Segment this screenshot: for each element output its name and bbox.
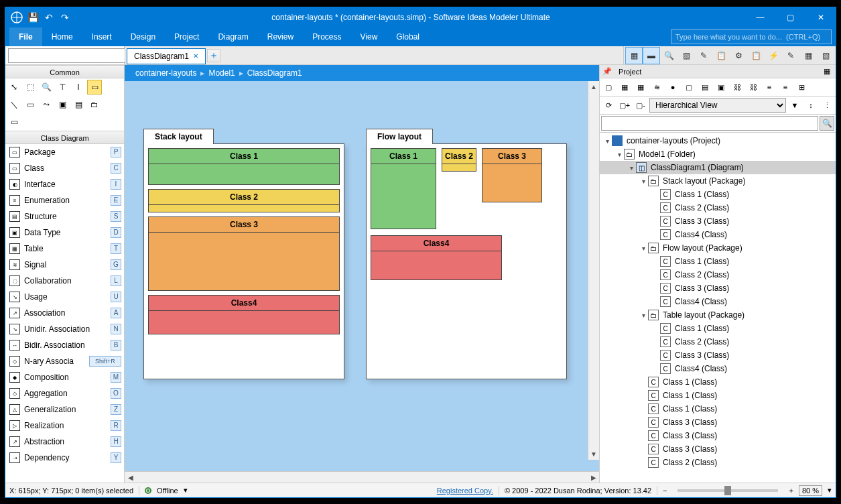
tree-tool-icon-8[interactable]: ⛓ — [730, 80, 745, 94]
palette-item-aggregation[interactable]: ◇ Aggregation O — [5, 385, 124, 401]
breadcrumb-item[interactable]: ClassDiagram1 — [243, 68, 306, 78]
palette-item-signal[interactable]: ≋ Signal G — [5, 257, 124, 273]
folder-tool-icon[interactable]: 🗀 — [87, 97, 102, 112]
package-stack-layout[interactable]: Stack layoutClass 1Class 2Class 3Class4 — [143, 128, 344, 379]
tree-tool-icon-6[interactable]: ▤ — [698, 80, 712, 94]
pan-tool-icon[interactable]: ⊤ — [55, 80, 70, 94]
expand-icon[interactable]: ▾ — [627, 164, 636, 172]
view-select[interactable]: Hierarchical View — [649, 98, 786, 113]
palette-item-table[interactable]: ▦ Table T — [5, 241, 124, 257]
tree-item[interactable]: C Class 1 (Class) — [600, 322, 836, 335]
class-class1[interactable]: Class 1 — [371, 148, 436, 229]
note-tool-icon[interactable]: ▭ — [87, 80, 102, 94]
class-class3[interactable]: Class 3 — [482, 148, 542, 202]
tree-tool-icon-0[interactable]: ▢ — [601, 80, 616, 94]
tree-tool2-icon-1[interactable]: ▢+ — [617, 98, 632, 113]
palette-item-interface[interactable]: ◐ Interface I — [5, 176, 124, 192]
menu-project[interactable]: Project — [165, 27, 208, 46]
palette-item-abstraction[interactable]: ↗ Abstraction H — [5, 434, 124, 450]
tree-item[interactable]: C Class 3 (Class) — [600, 429, 836, 442]
save-icon[interactable]: 💾 — [25, 10, 40, 25]
line-tool-icon[interactable]: ＼ — [7, 97, 21, 112]
add-tab-button[interactable]: ＋ — [207, 49, 220, 62]
container-tool-icon[interactable]: ▣ — [55, 97, 70, 112]
palette-item-unidir-association[interactable]: ↘ Unidir. Association N — [5, 321, 124, 337]
tree-item[interactable]: C Class4 (Class) — [600, 228, 836, 241]
class-class1[interactable]: Class 1 — [148, 148, 340, 185]
tree-item[interactable]: ▾ 🗀 Stack layout (Package) — [600, 174, 836, 188]
tree-tool2-icon-2[interactable]: ▢- — [633, 98, 648, 113]
tree-item[interactable]: C Class 2 (Class) — [600, 335, 836, 349]
tree-item[interactable]: C Class 1 (Class) — [600, 255, 836, 268]
toolbar-icon-10[interactable]: ▦ — [799, 47, 817, 64]
tree-tool2b-icon-2[interactable]: ⋮ — [820, 98, 834, 113]
toolbar-icon-5[interactable]: 📋 — [712, 47, 730, 64]
palette-item-generalization[interactable]: △ Generalization Z — [5, 401, 124, 418]
tree-item[interactable]: C Class 2 (Class) — [600, 201, 836, 214]
palette-search-input[interactable] — [8, 48, 128, 63]
palette-item-class[interactable]: ▭ Class C — [5, 160, 124, 176]
toolbar-icon-9[interactable]: ✎ — [782, 47, 799, 64]
menu-global[interactable]: Global — [387, 27, 429, 46]
command-search-input[interactable] — [671, 29, 832, 44]
palette-item-realization[interactable]: ▷ Realization R — [5, 418, 124, 434]
pin-icon[interactable]: 📌 — [602, 67, 612, 76]
tree-item[interactable]: C Class 3 (Class) — [600, 349, 836, 362]
menu-diagram[interactable]: Diagram — [208, 27, 257, 46]
undo-icon[interactable]: ↶ — [42, 10, 56, 25]
status-offline[interactable]: Offline — [157, 487, 178, 495]
palette-item-usage[interactable]: ↘ Usage U — [5, 289, 124, 305]
project-tab-label[interactable]: Project — [614, 68, 645, 76]
palette-item-bidir-association[interactable]: ↔ Bidir. Association B — [5, 337, 124, 353]
tree-item[interactable]: C Class 1 (Class) — [600, 389, 836, 402]
pointer-tool-icon[interactable]: ⤡ — [7, 80, 21, 94]
group-tool-icon[interactable]: ▤ — [71, 97, 86, 112]
tree-item[interactable]: C Class 3 (Class) — [600, 442, 836, 456]
toolbar-icon-6[interactable]: ⚙ — [730, 47, 747, 64]
redo-icon[interactable]: ↷ — [58, 10, 72, 25]
toolbar-icon-11[interactable]: ▧ — [817, 47, 834, 64]
tree-item[interactable]: C Class 2 (Class) — [600, 268, 836, 281]
menu-view[interactable]: View — [351, 27, 387, 46]
tree-item[interactable]: C Class4 (Class) — [600, 295, 836, 308]
maximize-button[interactable]: ▢ — [775, 7, 805, 27]
zoom-value[interactable]: 80 % — [799, 485, 822, 496]
rect-tool-icon[interactable]: ▭ — [23, 97, 38, 112]
scroll-left-icon[interactable]: ◀ — [125, 474, 136, 481]
palette-item-structure[interactable]: ▤ Structure S — [5, 208, 124, 225]
connector-tool-icon[interactable]: ⤳ — [39, 97, 54, 112]
tree-item[interactable]: ▾ container-layouts (Project) — [600, 134, 836, 147]
expand-icon[interactable]: ▾ — [639, 178, 648, 185]
grid-icon[interactable]: ▦ — [824, 67, 830, 76]
tree-tool-icon-4[interactable]: ● — [665, 80, 680, 94]
toolbar-icon-0[interactable]: ▦ — [625, 47, 643, 64]
search-icon[interactable]: 🔍 — [820, 116, 834, 131]
toolbar-icon-3[interactable]: ▧ — [677, 47, 695, 64]
tree-item[interactable]: C Class 3 (Class) — [600, 281, 836, 295]
tree-tool2b-icon-1[interactable]: ↕ — [803, 98, 818, 113]
breadcrumb-item[interactable]: Model1 — [204, 68, 239, 78]
tree-tool-icon-1[interactable]: ▦ — [617, 80, 632, 94]
zoom-in-icon[interactable]: + — [789, 487, 793, 495]
minimize-button[interactable]: — — [745, 7, 775, 27]
palette-item-data-type[interactable]: ▣ Data Type D — [5, 225, 124, 241]
tree-item[interactable]: C Class 2 (Class) — [600, 456, 836, 469]
palette-item-collaboration[interactable]: ◌ Collaboration L — [5, 273, 124, 289]
expand-icon[interactable]: ▾ — [614, 151, 624, 158]
class-class3[interactable]: Class 3 — [148, 216, 340, 291]
palette-item-package[interactable]: ▭ Package P — [5, 144, 124, 160]
tree-item[interactable]: C Class 3 (Class) — [600, 214, 836, 228]
menu-file[interactable]: File — [9, 27, 42, 46]
menu-design[interactable]: Design — [121, 27, 165, 46]
class-class4[interactable]: Class4 — [148, 295, 340, 334]
tree-tool-icon-10[interactable]: ≡ — [762, 80, 777, 94]
tree-tool-icon-3[interactable]: ≋ — [649, 80, 664, 94]
tree-item[interactable]: C Class 1 (Class) — [600, 402, 836, 416]
tree-item[interactable]: C Class 1 (Class) — [600, 375, 836, 389]
zoom-out-icon[interactable]: − — [663, 487, 667, 495]
logo-icon[interactable] — [9, 10, 24, 25]
toolbar-icon-7[interactable]: 📋 — [747, 47, 765, 64]
close-icon[interactable]: ✕ — [193, 52, 198, 60]
text-tool-icon[interactable]: I — [71, 80, 86, 94]
horizontal-scrollbar[interactable]: ◀ ▶ — [125, 471, 599, 483]
